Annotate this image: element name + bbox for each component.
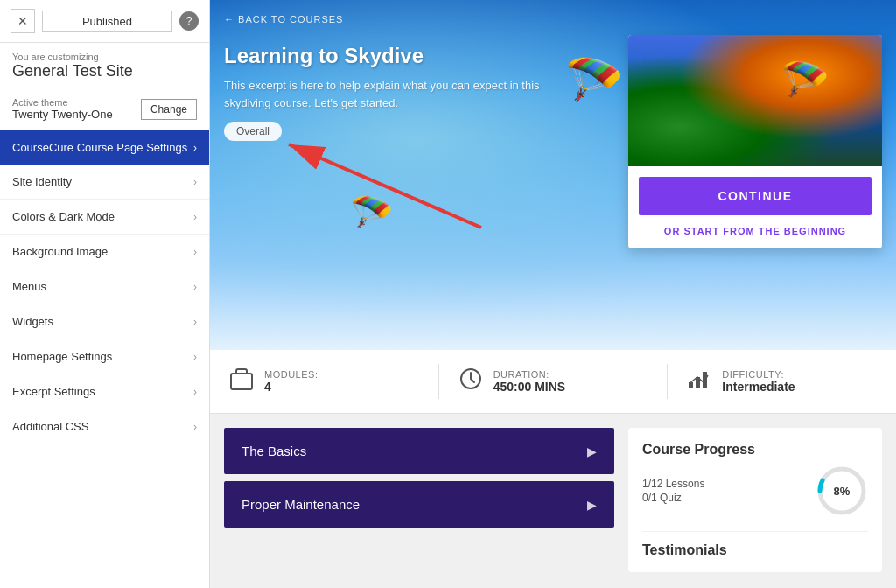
- chevron-right-icon: ›: [193, 351, 197, 363]
- card-parachute-icon: 🪂: [780, 57, 830, 103]
- progress-circle: 8%: [816, 465, 868, 517]
- modules-value: 4: [264, 380, 318, 394]
- stat-duration-details: DURATION: 450:00 MINS: [494, 369, 565, 394]
- modules-list: The Basics ▶ Proper Maintenance ▶: [224, 428, 614, 572]
- customizing-label: You are customizing: [12, 52, 197, 62]
- duration-icon: [457, 365, 485, 399]
- theme-info: Active theme Twenty Twenty-One: [12, 97, 113, 121]
- sidebar-item-label: Colors & Dark Mode: [12, 210, 115, 223]
- hero-excerpt: This excerpt is here to help explain wha…: [224, 77, 574, 111]
- course-card: 🪂 CONTINUE OR START FROM THE BEGINNING: [628, 35, 882, 248]
- right-panel: Course Progress 1/12 Lessons 0/1 Quiz 8%: [628, 428, 882, 572]
- module-chevron-icon: ▶: [587, 498, 597, 512]
- hero-title: Learning to Skydive: [224, 44, 574, 68]
- progress-section: Course Progress 1/12 Lessons 0/1 Quiz 8%: [642, 442, 868, 517]
- testimonials-title: Testimonials: [642, 531, 868, 558]
- sidebar-item-label: Widgets: [12, 315, 53, 328]
- module-chevron-icon: ▶: [587, 444, 597, 458]
- sidebar-item-label: Excerpt Settings: [12, 385, 95, 398]
- stats-bar: MODULES: 4 DURATION: 450:00 MINS: [210, 350, 896, 414]
- progress-title: Course Progress: [642, 442, 868, 458]
- chevron-right-icon: ›: [193, 386, 197, 398]
- sidebar-item-label: Site Identity: [12, 175, 72, 188]
- progress-row: 1/12 Lessons 0/1 Quiz 8%: [642, 465, 868, 517]
- stat-difficulty-details: DIFFICULTY: Intermediate: [722, 369, 794, 394]
- skydiver-icon: 🪂: [350, 192, 394, 234]
- sidebar-item-label: Background Image: [12, 245, 108, 258]
- active-item-label: CourseCure Course Page Settings: [12, 141, 187, 154]
- chevron-right-icon: ›: [193, 142, 197, 154]
- stat-divider-1: [438, 364, 439, 399]
- progress-lessons: 1/12 Lessons: [642, 478, 704, 490]
- course-content-area: The Basics ▶ Proper Maintenance ▶ Course…: [210, 414, 896, 586]
- theme-name: Twenty Twenty-One: [12, 108, 113, 121]
- difficulty-icon: [685, 365, 713, 399]
- site-info: You are customizing General Test Site: [0, 43, 209, 88]
- duration-value: 450:00 MINS: [494, 380, 565, 394]
- change-theme-button[interactable]: Change: [141, 99, 197, 120]
- duration-label: DURATION:: [494, 369, 565, 380]
- chevron-right-icon: ›: [193, 281, 197, 293]
- sidebar: ✕ Published ? You are customizing Genera…: [0, 0, 210, 588]
- module-title: Proper Maintenance: [242, 497, 360, 512]
- sidebar-item-menus[interactable]: Menus ›: [0, 270, 209, 304]
- sidebar-item-site-identity[interactable]: Site Identity ›: [0, 164, 209, 200]
- progress-info: 1/12 Lessons 0/1 Quiz: [642, 478, 704, 504]
- chevron-right-icon: ›: [193, 316, 197, 328]
- module-item-basics[interactable]: The Basics ▶: [224, 428, 614, 474]
- stat-modules-details: MODULES: 4: [264, 369, 318, 394]
- chevron-right-icon: ›: [193, 421, 197, 433]
- continue-button[interactable]: CONTINUE: [639, 177, 872, 215]
- course-image-inner: [628, 35, 882, 166]
- sidebar-item-label: Homepage Settings: [12, 350, 112, 363]
- hero-content: Learning to Skydive This excerpt is here…: [224, 44, 574, 141]
- help-button[interactable]: ?: [179, 11, 199, 31]
- sidebar-item-label: Additional CSS: [12, 420, 88, 433]
- start-from-beginning-link[interactable]: OR START FROM THE BEGINNING: [628, 226, 882, 248]
- difficulty-label: DIFFICULTY:: [722, 369, 794, 380]
- chevron-right-icon: ›: [193, 176, 197, 188]
- svg-rect-4: [689, 382, 693, 388]
- svg-rect-2: [231, 374, 252, 389]
- stat-divider-2: [667, 364, 668, 399]
- theme-section: Active theme Twenty Twenty-One Change: [0, 88, 209, 130]
- modules-label: MODULES:: [264, 369, 318, 380]
- course-card-image: 🪂: [628, 35, 882, 166]
- chevron-right-icon: ›: [193, 211, 197, 223]
- chevron-right-icon: ›: [193, 246, 197, 258]
- module-title: The Basics: [242, 444, 306, 458]
- sidebar-header: ✕ Published ?: [0, 0, 209, 43]
- sidebar-item-colors-dark-mode[interactable]: Colors & Dark Mode ›: [0, 200, 209, 234]
- modules-icon: [228, 365, 256, 399]
- difficulty-value: Intermediate: [722, 380, 794, 394]
- active-menu-item[interactable]: CourseCure Course Page Settings ›: [0, 130, 209, 164]
- sidebar-item-homepage-settings[interactable]: Homepage Settings ›: [0, 340, 209, 374]
- overall-badge: Overall: [224, 122, 282, 141]
- theme-label: Active theme: [12, 97, 113, 108]
- stat-difficulty: DIFFICULTY: Intermediate: [685, 365, 878, 399]
- close-button[interactable]: ✕: [10, 9, 35, 33]
- site-name: General Test Site: [12, 62, 197, 80]
- sidebar-item-additional-css[interactable]: Additional CSS ›: [0, 410, 209, 444]
- published-button[interactable]: Published: [42, 10, 172, 32]
- progress-quiz: 0/1 Quiz: [642, 492, 704, 504]
- sidebar-item-widgets[interactable]: Widgets ›: [0, 304, 209, 340]
- sidebar-item-excerpt-settings[interactable]: Excerpt Settings ›: [0, 374, 209, 410]
- module-item-maintenance[interactable]: Proper Maintenance ▶: [224, 481, 614, 528]
- hero-section: 🪂 🪂 BACK TO COURSES Learning to Skydive …: [210, 0, 896, 350]
- sidebar-item-background-image[interactable]: Background Image ›: [0, 234, 209, 270]
- stat-modules: MODULES: 4: [228, 365, 421, 399]
- main-content: 🪂 🪂 BACK TO COURSES Learning to Skydive …: [210, 0, 896, 588]
- sidebar-item-label: Menus: [12, 280, 46, 293]
- stat-duration: DURATION: 450:00 MINS: [457, 365, 650, 399]
- progress-percent: 8%: [834, 485, 850, 498]
- back-to-courses-link[interactable]: BACK TO COURSES: [224, 14, 343, 24]
